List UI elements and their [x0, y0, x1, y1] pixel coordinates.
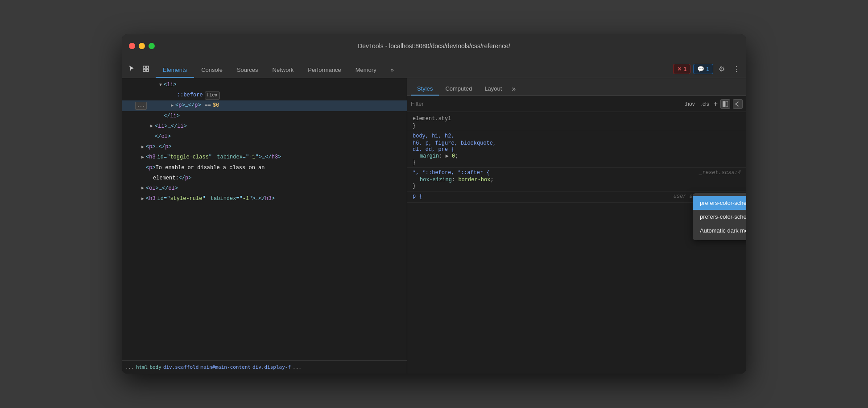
filter-actions: :hov .cls + — [683, 99, 743, 109]
rule-selector: _reset.scss:4 *, *::before, *::after { — [413, 170, 741, 176]
minimize-button[interactable] — [139, 43, 145, 49]
styles-tab-more[interactable]: » — [508, 82, 519, 96]
breadcrumb-main[interactable]: main#main-content — [200, 364, 251, 370]
tab-computed[interactable]: Computed — [439, 83, 478, 96]
style-rule: _reset.scss:4 *, *::before, *::after { b… — [407, 168, 746, 192]
close-button[interactable] — [129, 43, 135, 49]
list-item[interactable]: ▶ <h3 id="style-rule" tabindex="-1" >…</… — [122, 194, 407, 204]
expand-arrow[interactable]: ▶ — [169, 102, 175, 109]
tab-bar-right: ✕ 1 💬 1 ⚙ ⋮ — [673, 63, 743, 78]
list-item[interactable]: </li> — [122, 111, 407, 121]
list-item[interactable]: ▶ <p>…</p> — [122, 142, 407, 152]
close-sidebar-button[interactable] — [733, 99, 743, 109]
tab-sources[interactable]: Sources — [230, 63, 265, 78]
info-icon: 💬 — [697, 66, 704, 72]
error-badge[interactable]: ✕ 1 — [673, 64, 691, 74]
sidebar-toggle-button[interactable] — [720, 99, 730, 109]
tab-network[interactable]: Network — [265, 63, 301, 78]
breadcrumb-scaffold[interactable]: div.scaffold — [163, 364, 198, 370]
list-item[interactable]: ▼ <li> — [122, 80, 407, 90]
styles-panel: Styles Computed Layout » :hov .cls + — [407, 78, 746, 374]
expand-arrow[interactable]: ▶ — [140, 185, 146, 192]
tab-more[interactable]: » — [384, 63, 401, 78]
info-badge[interactable]: 💬 1 — [693, 64, 713, 74]
error-count: 1 — [684, 66, 687, 72]
breadcrumb: ... html body div.scaffold main#main-con… — [122, 360, 407, 374]
add-rule-button[interactable]: + — [714, 100, 718, 108]
list-item[interactable]: </ol> — [122, 132, 407, 142]
window-title: DevTools - localhost:8080/docs/devtools/… — [358, 42, 510, 50]
breadcrumb-body[interactable]: body — [149, 364, 161, 370]
tab-layout[interactable]: Layout — [478, 83, 508, 96]
rule-selector: element.styl — [413, 116, 741, 122]
main-tab-bar: Elements Console Sources Network Perform… — [122, 58, 746, 78]
tab-elements[interactable]: Elements — [156, 63, 194, 78]
more-menu-icon[interactable]: ⋮ — [730, 63, 743, 75]
tab-performance[interactable]: Performance — [301, 63, 348, 78]
expand-arrow[interactable]: ▶ — [140, 144, 146, 151]
pseudo-before-line[interactable]: ::before flex — [122, 90, 407, 100]
tab-memory[interactable]: Memory — [348, 63, 384, 78]
style-rule: body, h1, h2, h6, p, figure, blockquote,… — [407, 131, 746, 168]
expand-arrow[interactable]: ▶ — [140, 196, 146, 203]
svg-rect-4 — [723, 101, 725, 107]
styles-tab-bar: Styles Computed Layout » — [407, 78, 746, 96]
devtools-window: DevTools - localhost:8080/docs/devtools/… — [122, 34, 746, 374]
breadcrumb-div[interactable]: div.display-f — [252, 364, 291, 370]
cursor-icon[interactable] — [125, 62, 138, 75]
toolbar-icons — [125, 62, 152, 78]
tab-styles[interactable]: Styles — [411, 83, 439, 96]
filter-bar: :hov .cls + — [407, 96, 746, 112]
svg-rect-1 — [146, 66, 149, 68]
more-options-btn[interactable]: ... — [135, 102, 147, 110]
style-rule: element.styl } — [407, 114, 746, 131]
info-count: 1 — [706, 66, 709, 72]
dropdown-item-dark[interactable]: prefers-color-scheme: dark — [693, 210, 746, 224]
tab-console[interactable]: Console — [194, 63, 230, 78]
dropdown-item-light[interactable]: prefers-color-scheme: light — [693, 196, 746, 210]
filter-input[interactable] — [411, 100, 679, 107]
title-bar: DevTools - localhost:8080/docs/devtools/… — [122, 34, 746, 58]
svg-rect-0 — [143, 66, 145, 68]
rule-selector: user agent stylesheet p { — [413, 193, 741, 200]
error-icon: ✕ — [677, 66, 682, 72]
selected-element-line[interactable]: ... ▶ <p> … </p> == $0 — [122, 100, 407, 111]
svg-rect-2 — [143, 69, 145, 71]
breadcrumb-ellipsis[interactable]: ... — [125, 364, 134, 370]
list-item[interactable]: <p> To enable or disable a class on an — [122, 163, 407, 173]
cls-button[interactable]: .cls — [699, 100, 711, 108]
expand-arrow[interactable]: ▶ — [140, 154, 146, 161]
breadcrumb-end-ellipsis[interactable]: ... — [293, 364, 302, 370]
list-item[interactable]: ▶ <li>…</li> — [122, 121, 407, 132]
breadcrumb-html[interactable]: html — [136, 364, 148, 370]
svg-rect-5 — [726, 101, 728, 107]
main-content: ▼ <li> ::before flex ... ▶ <p> — [122, 78, 746, 374]
traffic-lights — [129, 43, 155, 49]
svg-rect-3 — [146, 69, 149, 71]
elements-tree[interactable]: ▼ <li> ::before flex ... ▶ <p> — [122, 78, 407, 360]
flex-badge: flex — [205, 92, 220, 100]
expand-arrow[interactable]: ▶ — [149, 123, 155, 130]
hov-button[interactable]: :hov — [683, 100, 697, 108]
maximize-button[interactable] — [149, 43, 155, 49]
color-scheme-dropdown[interactable]: prefers-color-scheme: light prefers-colo… — [693, 193, 746, 240]
inspect-icon[interactable] — [140, 62, 152, 75]
settings-icon[interactable]: ⚙ — [716, 63, 727, 75]
list-item[interactable]: ▶ <ol>…</ol> — [122, 183, 407, 194]
styles-rules[interactable]: element.styl } body, h1, h2, h6, p, figu… — [407, 112, 746, 374]
rule-selector: body, h1, h2, — [413, 133, 741, 139]
elements-panel: ▼ <li> ::before flex ... ▶ <p> — [122, 78, 407, 374]
list-item[interactable]: element: </p> — [122, 173, 407, 183]
list-item[interactable]: ▶ <h3 id="toggle-class" tabindex="-1" >…… — [122, 152, 407, 162]
collapse-arrow[interactable]: ▼ — [157, 82, 164, 89]
dropdown-item-auto[interactable]: Automatic dark mode — [693, 224, 746, 237]
